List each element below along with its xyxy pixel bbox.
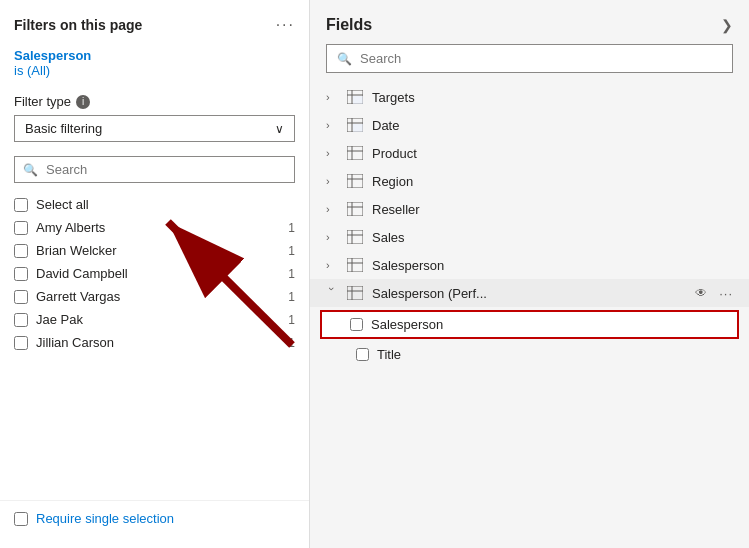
field-item-targets[interactable]: › Targets	[310, 83, 749, 111]
filters-panel: Filters on this page ··· Salesperson is …	[0, 0, 310, 548]
david-campbell-checkbox[interactable]	[14, 267, 28, 281]
filter-type-selected: Basic filtering	[25, 121, 102, 136]
garrett-vargas-checkbox[interactable]	[14, 290, 28, 304]
field-date-label: Date	[372, 118, 733, 133]
field-salesperson-label: Salesperson	[372, 258, 733, 273]
field-reseller-label: Reseller	[372, 202, 733, 217]
fields-search-input[interactable]	[360, 51, 722, 66]
list-item[interactable]: Jae Pak 1	[14, 308, 295, 331]
title-sub-label: Title	[377, 347, 401, 362]
search-icon: 🔍	[337, 52, 352, 66]
filter-type-label: Filter type i	[14, 94, 295, 109]
field-item-product[interactable]: › Product	[310, 139, 749, 167]
jae-pak-checkbox[interactable]	[14, 313, 28, 327]
search-input[interactable]	[46, 162, 286, 177]
amy-alberts-count: 1	[288, 221, 295, 235]
chevron-right-icon: ›	[326, 91, 338, 103]
amy-alberts-label: Amy Alberts	[36, 220, 280, 235]
jillian-carson-count: 1	[288, 336, 295, 350]
jillian-carson-checkbox[interactable]	[14, 336, 28, 350]
panel-title: Filters on this page	[14, 17, 142, 33]
brian-welcker-count: 1	[288, 244, 295, 258]
chevron-down-icon: ›	[326, 287, 338, 299]
checkbox-list: Select all Amy Alberts 1 Brian Welcker 1…	[0, 189, 309, 496]
table-icon	[346, 285, 364, 301]
expand-icon[interactable]: ❯	[721, 17, 733, 33]
search-box[interactable]: 🔍	[14, 156, 295, 183]
fields-search-box[interactable]: 🔍	[326, 44, 733, 73]
field-product-label: Product	[372, 146, 733, 161]
brian-welcker-checkbox[interactable]	[14, 244, 28, 258]
chevron-right-icon: ›	[326, 119, 338, 131]
field-item-salesperson-perf[interactable]: › Salesperson (Perf... 👁 ···	[310, 279, 749, 307]
david-campbell-label: David Campbell	[36, 266, 280, 281]
title-sub-checkbox[interactable]	[356, 348, 369, 361]
table-calc-icon	[346, 117, 364, 133]
field-item-sales[interactable]: › Sales	[310, 223, 749, 251]
list-item[interactable]: Brian Welcker 1	[14, 239, 295, 262]
jillian-carson-label: Jillian Carson	[36, 335, 280, 350]
field-item-salesperson[interactable]: › Salesperson	[310, 251, 749, 279]
fields-header: Fields ❯	[310, 0, 749, 44]
amy-alberts-checkbox[interactable]	[14, 221, 28, 235]
garrett-vargas-label: Garrett Vargas	[36, 289, 280, 304]
field-list: › Targets › Date › Product ›	[310, 83, 749, 548]
eye-icon: 👁	[695, 286, 707, 300]
field-sales-label: Sales	[372, 230, 733, 245]
chevron-right-icon: ›	[326, 259, 338, 271]
field-targets-label: Targets	[372, 90, 733, 105]
panel-header: Filters on this page ···	[0, 12, 309, 44]
more-options-icon[interactable]: ···	[719, 286, 733, 301]
info-icon[interactable]: i	[76, 95, 90, 109]
brian-welcker-label: Brian Welcker	[36, 243, 280, 258]
filter-type-dropdown[interactable]: Basic filtering ∨	[14, 115, 295, 142]
jae-pak-label: Jae Pak	[36, 312, 280, 327]
require-selection-row[interactable]: Require single selection	[0, 500, 309, 536]
select-all-label: Select all	[36, 197, 295, 212]
svg-rect-16	[347, 202, 363, 216]
field-item-date[interactable]: › Date	[310, 111, 749, 139]
svg-rect-25	[347, 286, 363, 300]
table-icon	[346, 257, 364, 273]
field-region-label: Region	[372, 174, 733, 189]
field-salesperson-perf-label: Salesperson (Perf...	[372, 286, 687, 301]
salesperson-sub-label: Salesperson	[371, 317, 443, 332]
require-selection-checkbox[interactable]	[14, 512, 28, 526]
search-icon: 🔍	[23, 163, 38, 177]
filter-field-name: Salesperson	[14, 48, 295, 63]
fields-panel: Fields ❯ 🔍 › Targets › Date ›	[310, 0, 749, 548]
table-calc-icon	[346, 89, 364, 105]
table-icon	[346, 145, 364, 161]
table-icon	[346, 173, 364, 189]
filter-type-section: Filter type i Basic filtering ∨	[0, 88, 309, 150]
chevron-right-icon: ›	[326, 147, 338, 159]
sub-item-salesperson-highlighted[interactable]: Salesperson	[320, 310, 739, 339]
field-item-reseller[interactable]: › Reseller	[310, 195, 749, 223]
svg-rect-9	[353, 124, 363, 132]
table-icon	[346, 229, 364, 245]
require-selection-label: Require single selection	[36, 511, 174, 526]
svg-rect-13	[347, 174, 363, 188]
jae-pak-count: 1	[288, 313, 295, 327]
fields-title: Fields	[326, 16, 372, 34]
sub-item-title[interactable]: Title	[310, 342, 749, 367]
select-all-checkbox[interactable]	[14, 198, 28, 212]
field-item-region[interactable]: › Region	[310, 167, 749, 195]
filter-field-value: is (All)	[14, 63, 295, 78]
list-item[interactable]: Amy Alberts 1	[14, 216, 295, 239]
salesperson-sub-checkbox[interactable]	[350, 318, 363, 331]
list-item[interactable]: Select all	[14, 193, 295, 216]
chevron-down-icon: ∨	[275, 122, 284, 136]
list-item[interactable]: David Campbell 1	[14, 262, 295, 285]
svg-rect-5	[353, 96, 363, 104]
david-campbell-count: 1	[288, 267, 295, 281]
svg-rect-19	[347, 230, 363, 244]
list-item[interactable]: Jillian Carson 1	[14, 331, 295, 354]
chevron-right-icon: ›	[326, 231, 338, 243]
filter-info: Salesperson is (All)	[0, 44, 309, 88]
more-options-button[interactable]: ···	[276, 16, 295, 34]
list-item[interactable]: Garrett Vargas 1	[14, 285, 295, 308]
table-icon	[346, 201, 364, 217]
filter-type-text: Filter type	[14, 94, 71, 109]
garrett-vargas-count: 1	[288, 290, 295, 304]
